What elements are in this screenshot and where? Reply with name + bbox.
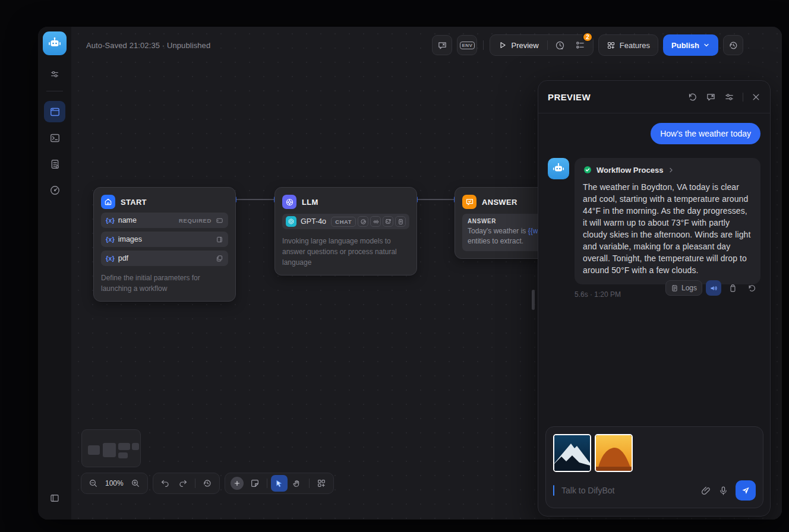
preview-title: PREVIEW [548,92,591,102]
publish-button[interactable]: Publish [663,34,718,56]
gpt4o-model-icon [286,216,296,227]
sidebar-item-logs-icon[interactable] [44,153,65,175]
send-button[interactable] [736,480,756,501]
microphone-icon[interactable] [718,486,728,496]
node-description: Invoking large language models to answer… [282,236,409,268]
node-llm[interactable]: LLM GPT-4o CHAT [274,187,417,276]
tools-group [225,473,334,494]
start-home-icon [101,195,115,209]
llm-brain-icon [282,195,296,209]
hand-tool-button[interactable] [289,475,305,492]
undo-button[interactable] [157,475,173,492]
preview-panel: PREVIEW [538,80,771,517]
workflow-process-toggle[interactable]: Workflow Process [583,165,752,175]
canvas-scrollbar[interactable] [532,290,535,310]
canvas-toolbar: 100% [81,473,334,494]
collapse-sidebar-button[interactable] [44,487,65,509]
answer-message-check-icon [462,195,476,209]
workflow-settings-sliders-icon[interactable] [44,66,65,83]
workflow-process-label: Workflow Process [597,166,663,175]
chevron-right-icon [667,166,675,174]
start-variable-name[interactable]: {x} name REQUIRED [101,213,228,228]
env-variables-button[interactable]: ENV [457,35,477,55]
answer-variable-token: {{w [528,227,538,235]
attached-image-mountain-sunset[interactable] [595,434,633,472]
node-description: Define the initial parameters for launch… [101,273,228,294]
group-divider [547,40,548,50]
audio-capability-icon [370,216,381,227]
history-group [153,473,220,494]
run-group: Preview 2 [490,34,593,56]
add-note-button[interactable] [247,475,263,492]
node-title: START [121,198,147,207]
chat-composer [545,426,763,508]
restart-conversation-icon[interactable] [687,92,698,102]
text-input-field-icon [216,217,223,224]
copy-button[interactable] [725,280,740,296]
variable-name: pdf [118,254,128,262]
attach-paperclip-icon[interactable] [701,486,711,496]
edge-start-llm [236,199,274,200]
attached-image-mountain-night[interactable] [553,434,591,472]
sidebar-item-orchestrate[interactable] [44,101,65,122]
preview-run-label: Preview [511,41,538,50]
llm-model-selector[interactable]: GPT-4o CHAT [282,214,409,229]
bot-avatar-robot-icon [548,158,569,179]
node-start[interactable]: START {x} name REQUIRED {x} images [93,187,236,302]
env-tag: ENV [460,42,475,49]
sidebar-item-api-terminal-icon[interactable] [44,127,65,148]
node-title: ANSWER [482,198,517,207]
model-name: GPT-4o [301,217,326,226]
document-capability-icon [395,216,406,227]
sidebar-divider [46,91,63,91]
app-logo-robot-icon[interactable] [43,31,67,55]
sidebar-item-monitoring-gauge-icon[interactable] [44,179,65,201]
pointer-tool-button[interactable] [271,475,288,492]
speaker-button[interactable] [706,280,721,296]
text-cursor [553,485,554,496]
edge-llm-answer [417,199,455,200]
version-history-button[interactable] [723,35,743,55]
chat-input[interactable] [561,486,694,495]
logs-button[interactable]: Logs [665,280,702,296]
regenerate-button[interactable] [744,280,759,296]
logs-label: Logs [681,284,697,292]
variable-name: images [118,235,142,243]
message-footer: 5.6s · 1:20 PM Logs [575,277,759,299]
add-node-button[interactable] [229,475,245,492]
node-title: LLM [302,198,318,207]
zoom-out-button[interactable] [85,475,102,492]
chat-mode-badge: CHAT [331,217,356,227]
canvas-history-button[interactable] [199,475,216,492]
zoom-level[interactable]: 100% [103,479,126,487]
preview-settings-sliders-icon[interactable] [724,92,734,102]
zoom-group: 100% [81,473,148,494]
organize-nodes-button[interactable] [313,475,330,492]
close-preview-icon[interactable] [752,93,760,102]
topbar-divider [483,40,484,50]
files-icon [216,255,223,262]
image-capability-icon [383,216,393,227]
publish-label: Publish [671,41,699,50]
variable-token: {x} [106,255,115,262]
canvas-topbar: Auto-Saved 21:02:35 · Unpublished ENV Pr… [71,27,782,64]
clear-chat-icon[interactable] [706,92,716,102]
header-divider [743,93,743,102]
variable-name: name [118,216,137,224]
zoom-in-button[interactable] [127,475,144,492]
checklist-button[interactable]: 2 [573,37,588,53]
preview-run-button[interactable]: Preview [495,41,542,50]
message-meta: 5.6s · 1:20 PM [575,290,621,299]
variable-token: {x} [106,217,115,224]
annotation-chat-button[interactable] [432,35,452,55]
features-button[interactable]: Features [598,34,658,56]
run-history-clock-icon[interactable] [553,37,568,53]
redo-button[interactable] [175,475,191,492]
start-variable-pdf[interactable]: {x} pdf [101,251,228,266]
preview-header: PREVIEW [538,81,770,113]
start-variable-images[interactable]: {x} images [101,232,228,247]
autosave-status: Auto-Saved 21:02:35 · Unpublished [86,41,210,50]
app-window: Auto-Saved 21:02:35 · Unpublished ENV Pr… [38,27,782,520]
sidebar [38,27,71,520]
canvas-minimap[interactable] [81,429,141,467]
